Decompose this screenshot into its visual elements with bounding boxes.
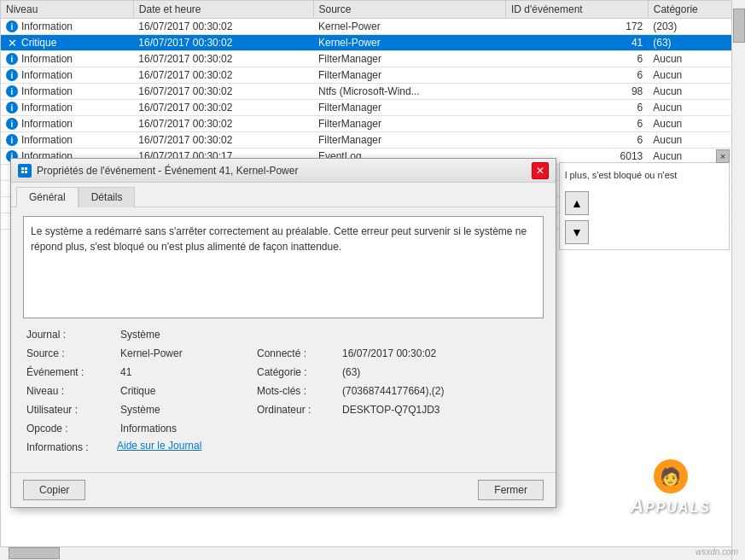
detail-evenement-categorie: Événement : 41 Catégorie : (63): [23, 365, 544, 380]
categorie-value: (63): [339, 365, 544, 380]
tab-general[interactable]: Général: [16, 187, 79, 207]
modal-overlay: Propriétés de l'événement - Événement 41…: [0, 0, 745, 560]
detail-journal: Journal : Système: [23, 327, 544, 342]
event-description-box: Le système a redémarré sans s'arrêter co…: [23, 216, 544, 318]
copy-button[interactable]: Copier: [23, 480, 85, 500]
event-properties-dialog: Propriétés de l'événement - Événement 41…: [10, 158, 556, 508]
connecte-label: Connecté :: [253, 346, 339, 361]
detail-utilisateur-ordinateur: Utilisateur : Système Ordinateur : DESKT…: [23, 402, 544, 417]
niveau-value: Critique: [117, 383, 253, 399]
svg-rect-0: [21, 167, 24, 170]
details-section: Journal : Système Source : Kernel-Power …: [23, 327, 544, 458]
tab-details[interactable]: Détails: [79, 187, 136, 207]
watermark: wsxdn.com: [696, 547, 738, 557]
connecte-value: 16/07/2017 00:30:02: [339, 346, 544, 361]
event-description-text: Le système a redémarré sans s'arrêter co…: [31, 225, 527, 253]
modal-titlebar: Propriétés de l'événement - Événement 41…: [11, 159, 556, 183]
detail-source-connecte: Source : Kernel-Power Connecté : 16/07/2…: [23, 346, 544, 361]
evenement-label: Événement :: [23, 365, 117, 380]
ordinateur-label: Ordinateur :: [253, 402, 339, 417]
modal-close-button[interactable]: ✕: [532, 162, 549, 179]
ordinateur-value: DESKTOP-Q7Q1JD3: [339, 402, 544, 417]
modal-title: Propriétés de l'événement - Événement 41…: [37, 165, 527, 177]
svg-rect-2: [21, 171, 24, 173]
modal-tabs: Général Détails: [11, 183, 556, 207]
modal-title-icon: [18, 164, 32, 178]
modal-footer: Copier Fermer: [11, 472, 556, 507]
source-value: Kernel-Power: [117, 346, 253, 361]
detail-informations: Informations : Aide sur le Journal: [23, 440, 544, 455]
opcode-value: Informations: [117, 421, 544, 436]
categorie-label: Catégorie :: [253, 365, 339, 380]
svg-rect-3: [25, 171, 27, 173]
journal-help-link[interactable]: Aide sur le Journal: [117, 440, 544, 455]
detail-niveau-motscles: Niveau : Critique Mots-clés : (703687441…: [23, 383, 544, 399]
evenement-value: 41: [117, 365, 253, 380]
motscles-value: (70368744177664),(2): [339, 383, 544, 399]
utilisateur-label: Utilisateur :: [23, 402, 117, 417]
source-label: Source :: [23, 346, 117, 361]
niveau-label: Niveau :: [23, 383, 117, 399]
informations-label: Informations :: [23, 440, 117, 455]
utilisateur-value: Système: [117, 402, 253, 417]
svg-rect-1: [25, 167, 27, 170]
opcode-label: Opcode :: [23, 421, 117, 436]
modal-content: Le système a redémarré sans s'arrêter co…: [11, 207, 556, 472]
close-button[interactable]: Fermer: [478, 480, 544, 500]
detail-opcode: Opcode : Informations: [23, 421, 544, 436]
journal-value: Système: [117, 327, 544, 342]
journal-label: Journal :: [23, 327, 117, 342]
motscles-label: Mots-clés :: [253, 383, 339, 399]
